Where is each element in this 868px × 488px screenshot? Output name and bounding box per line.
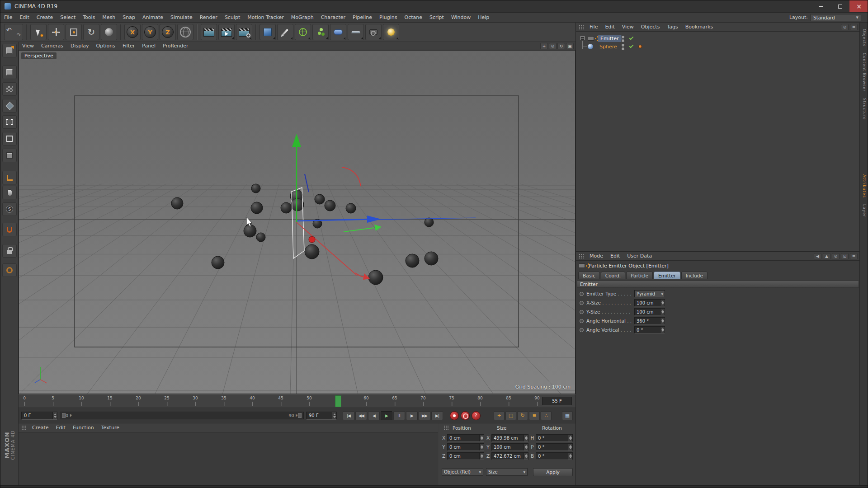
move-tool-button[interactable] [48,24,64,40]
attribute-manager-menu-mode[interactable]: Mode [586,252,607,260]
enabled-check-icon[interactable] [629,36,634,40]
search-icon[interactable]: ⊙ [841,24,849,30]
render-view-button[interactable] [201,24,217,40]
spinner-icon[interactable] [660,309,665,315]
menubar-item-render[interactable]: Render [196,13,221,22]
viewport-menu-display[interactable]: Display [67,42,93,50]
timeline-tick[interactable]: 60 [363,396,368,400]
timeline-tick[interactable]: 45 [278,396,283,400]
menubar-item-script[interactable]: Script [426,13,448,22]
spinner-icon[interactable] [332,412,336,419]
play-button[interactable]: ▶ [381,411,392,420]
particle-sphere[interactable] [406,254,419,267]
zoom-view-button[interactable]: ⊙ [549,43,557,49]
range-handle-right[interactable] [298,413,302,418]
apply-button[interactable]: Apply [533,468,573,476]
tab-basic[interactable]: Basic [578,272,600,279]
angle-vertical-field[interactable]: 0 ° [634,326,665,333]
viewport-view-label[interactable]: Perspective [21,52,57,59]
particle-sphere[interactable] [256,233,265,242]
plane-handle-green[interactable] [374,225,382,231]
viewport-menu-options[interactable]: Options [93,42,119,50]
menubar-item-file[interactable]: File [0,13,16,22]
side-tab-content-browser[interactable]: Content Browser [862,53,867,92]
next-key-button[interactable]: ▶▶ [419,411,430,420]
add-light-button[interactable] [383,24,399,40]
viewport-canvas[interactable]: Perspective Grid Spacing : 100 cm [19,50,576,394]
object-row-emitter[interactable]: Emitter [576,34,860,42]
up-arrow-icon[interactable]: ▲ [823,253,830,259]
tweak-mode-button[interactable] [2,186,17,199]
object-label[interactable]: Sphere [597,43,620,50]
spinner-icon[interactable] [479,435,484,441]
timeline-playhead[interactable] [335,395,341,407]
material-manager-menu-texture[interactable]: Texture [98,423,123,432]
tab-particle[interactable]: Particle [626,272,653,279]
section-header-emitter[interactable]: Emitter [577,281,859,288]
position-x-field[interactable]: 0 cm [447,434,484,442]
quantize-button[interactable] [2,263,17,277]
viewport-menu-prorender[interactable]: ProRender [159,42,192,50]
particle-sphere[interactable] [171,197,183,209]
particle-sphere[interactable] [425,218,434,227]
spinner-icon[interactable] [479,453,484,460]
tab-emitter[interactable]: Emitter [654,272,680,279]
viewport-menu-cameras[interactable]: Cameras [38,42,67,50]
menubar-item-help[interactable]: Help [474,13,493,22]
coordinate-system-button[interactable] [177,24,193,40]
current-frame-field[interactable]: 55 F [542,397,572,405]
edges-mode-button[interactable] [2,132,17,145]
keyframe-selection-button[interactable] [472,411,481,420]
key-parameter-toggle[interactable]: ≡ [529,411,540,420]
list-icon[interactable]: ≡ [850,253,858,259]
timeline-tick[interactable]: 0 [23,396,26,400]
menubar-item-animate[interactable]: Animate [139,13,167,22]
maximize-button[interactable] [830,0,849,12]
timeline-tick[interactable]: 25 [164,396,169,400]
spinner-icon[interactable] [568,453,572,460]
spinner-icon[interactable] [524,444,528,450]
timeline-tick[interactable]: 5 [52,396,54,400]
timeline-tick[interactable]: 35 [221,396,226,400]
menubar-item-snap[interactable]: Snap [119,13,139,22]
position-y-field[interactable]: 0 cm [447,443,484,451]
viewport-menu-panel[interactable]: Panel [138,42,159,50]
spinner-icon[interactable] [660,300,665,306]
angle-horizontal-field[interactable]: 360 ° [634,317,665,324]
axis-ball-red[interactable] [309,236,315,243]
menubar-item-mesh[interactable]: Mesh [99,13,119,22]
start-frame-field[interactable]: 0 F [21,412,57,420]
particle-sphere[interactable] [281,202,292,213]
next-frame-button[interactable]: ▶ [406,411,418,420]
previous-frame-button[interactable]: ◀ [368,411,380,420]
chevron-down-icon[interactable]: ▼ [661,292,665,296]
visibility-dots-icon[interactable] [621,35,624,42]
key-rotation-toggle[interactable]: ↻ [517,411,528,420]
add-environment-button[interactable] [348,24,364,40]
size-x-field[interactable]: 499.98 cm [491,434,528,442]
lock-icon[interactable]: ⊡ [841,253,849,259]
timeline-tick[interactable]: 85 [506,396,511,400]
animation-toggle-icon[interactable] [580,328,584,332]
close-button[interactable]: × [849,0,868,12]
particle-sphere[interactable] [425,252,438,265]
visibility-dots-icon[interactable] [621,43,624,50]
record-keyframe-button[interactable] [450,411,459,420]
rotate-view-button[interactable]: ↻ [557,43,565,49]
keyframe-presets-button[interactable]: ▦ [562,411,573,420]
enabled-check-icon[interactable] [629,44,634,48]
side-tab-structure[interactable]: Structure [862,98,867,120]
timeline-tick[interactable]: 40 [250,396,255,400]
particle-sphere[interactable] [212,256,224,269]
lock-x-axis-button[interactable]: X [124,24,141,40]
timeline-tick[interactable]: 90 [534,396,539,400]
spinner-icon[interactable] [524,435,528,441]
particle-sphere[interactable] [251,184,260,193]
rotation-b-field[interactable]: 0 ° [536,452,573,460]
attribute-manager-menu-edit[interactable]: Edit [607,252,623,260]
lock-workplane-button[interactable] [2,244,17,258]
last-tool-button[interactable] [101,24,117,40]
material-manager-menu-create[interactable]: Create [28,423,52,432]
make-editable-button[interactable] [2,44,17,57]
key-position-toggle[interactable]: + [494,411,505,420]
